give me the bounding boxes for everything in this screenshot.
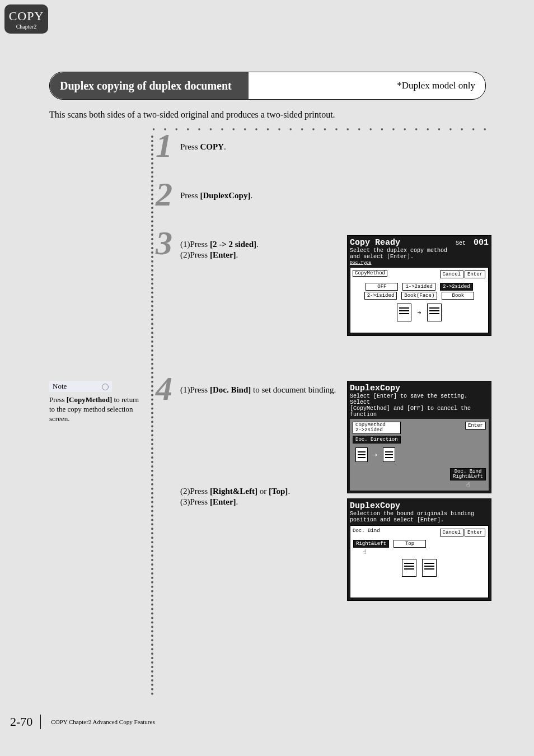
text: . bbox=[250, 191, 252, 200]
key: [Enter] bbox=[210, 497, 236, 506]
screen-msg: and select [Enter]. bbox=[350, 254, 489, 260]
section-title: Duplex copying of duplex document bbox=[50, 72, 249, 99]
text: Right&Left bbox=[453, 474, 483, 479]
step-2-body: Press [DuplexCopy]. bbox=[180, 186, 343, 202]
note-text: Press [CopyMethod] to return to the copy… bbox=[49, 395, 139, 424]
set-label: Set bbox=[456, 240, 466, 246]
screen-title: DuplexCopy bbox=[350, 384, 489, 393]
step-4-number: 4 bbox=[156, 370, 172, 408]
opt-2-2[interactable]: 2->2sided bbox=[440, 283, 473, 291]
enter-button[interactable]: Enter bbox=[465, 270, 485, 278]
page-icon bbox=[397, 304, 411, 321]
screen-title: DuplexCopy bbox=[350, 501, 489, 511]
text: . bbox=[288, 487, 290, 496]
step-2: 2 Press [DuplexCopy]. bbox=[49, 186, 486, 202]
opt-book[interactable]: Book bbox=[442, 292, 474, 300]
page-icon bbox=[427, 304, 442, 321]
step-4-body: (1)Press [Doc. Bind] to set document bin… bbox=[180, 381, 337, 508]
copy-count: 001 bbox=[474, 238, 489, 248]
intro-text: This scans both sides of a two-sided ori… bbox=[49, 110, 486, 120]
screen-msg: [CopyMethod] and [OFF] to cancel the fun… bbox=[350, 405, 489, 418]
key: [Enter] bbox=[210, 250, 236, 259]
screen-copy-ready: Copy Ready Set 001 Select the duplex cop… bbox=[347, 235, 491, 336]
cancel-button[interactable]: Cancel bbox=[440, 529, 463, 536]
text: . bbox=[236, 497, 238, 506]
enter-button[interactable]: Enter bbox=[465, 529, 485, 536]
text: Press bbox=[180, 142, 200, 151]
opt-1-2[interactable]: 1->2sided bbox=[402, 283, 435, 291]
screen-diagram: ➔ bbox=[353, 304, 486, 321]
section-note: *Duplex model only bbox=[397, 80, 485, 91]
step-1-number: 1 bbox=[156, 127, 172, 165]
hand-icon: ☝ bbox=[363, 548, 486, 556]
key: [CopyMethod] bbox=[67, 395, 113, 404]
page-icon bbox=[355, 447, 368, 462]
copymethod-button[interactable]: CopyMethod 2->2sided bbox=[353, 422, 401, 434]
text: or bbox=[257, 487, 269, 496]
screen-msg: Select the duplex copy method bbox=[350, 248, 489, 254]
key: COPY bbox=[200, 142, 224, 151]
screen-msg: Selection the bound originals binding bbox=[350, 511, 489, 517]
text: (2)Press bbox=[180, 250, 210, 259]
text: (1)Press bbox=[180, 240, 210, 249]
screen-msg: position and select [Enter]. bbox=[350, 517, 489, 523]
text: (1)Press bbox=[180, 385, 210, 394]
page-icon bbox=[383, 447, 395, 462]
cancel-button[interactable]: Cancel bbox=[440, 270, 463, 278]
text: (3)Press bbox=[180, 497, 210, 506]
panel-title: CopyMethod bbox=[353, 270, 387, 277]
screen-msg: Select [Enter] to save the setting. Sele… bbox=[350, 393, 489, 405]
text: . bbox=[236, 250, 238, 259]
footer-text: COPY Chapter2 Advanced Copy Features bbox=[51, 718, 154, 725]
page-icon bbox=[402, 559, 416, 577]
text: Press bbox=[49, 395, 67, 404]
opt-right-left[interactable]: Right&Left bbox=[353, 540, 389, 548]
opt-2-1[interactable]: 2->1sided bbox=[364, 292, 397, 300]
doc-type: Doc.Type bbox=[350, 260, 489, 265]
steps: 1 Press COPY. 2 Press [DuplexCopy]. 3 (1… bbox=[49, 138, 486, 616]
section-header: Duplex copying of duplex document *Duple… bbox=[49, 72, 486, 100]
page: COPY Chapter2 Duplex copying of duplex d… bbox=[0, 0, 534, 756]
tab-title: COPY bbox=[9, 9, 44, 24]
step-4: Note Press [CopyMethod] to return to the… bbox=[49, 381, 486, 616]
step-3: 3 (1)Press [2 -> 2 sided]. (2)Press [Ent… bbox=[49, 235, 486, 347]
screen-title: Copy Ready bbox=[350, 238, 400, 248]
text: Press bbox=[180, 191, 200, 200]
dotted-rule: • • • • • • • • • • • • • • • • • • • • … bbox=[49, 125, 486, 133]
step-2-number: 2 bbox=[156, 175, 172, 214]
opt-top[interactable]: Top bbox=[394, 540, 426, 548]
step-3-number: 3 bbox=[156, 224, 172, 263]
screen-doc-bind: DuplexCopy Selection the bound originals… bbox=[347, 498, 491, 601]
opt-off[interactable]: OFF bbox=[366, 283, 398, 291]
footer: 2-70 COPY Chapter2 Advanced Copy Feature… bbox=[10, 715, 155, 729]
content: Duplex copying of duplex document *Duple… bbox=[49, 72, 486, 650]
step-1: 1 Press COPY. bbox=[49, 138, 486, 153]
text: to set document binding. bbox=[251, 385, 336, 394]
text: 2->2sided bbox=[355, 428, 398, 433]
screen-diagram: ➔ bbox=[355, 447, 486, 462]
text: (2)Press bbox=[180, 487, 210, 496]
screen-panel: Doc. Bind CancelEnter Right&Left Top ☝ bbox=[350, 525, 489, 598]
page-number: 2-70 bbox=[10, 715, 32, 729]
chapter-tab: COPY Chapter2 bbox=[4, 4, 48, 34]
text: COPY Chapter2 Advanced Copy Features bbox=[51, 718, 154, 725]
arrow-icon: ➔ bbox=[417, 309, 421, 317]
step-1-body: Press COPY. bbox=[180, 138, 343, 153]
text: . bbox=[256, 240, 259, 249]
note-label-text: Note bbox=[53, 382, 67, 390]
screen-panel: CopyMethod CancelEnter OFF 1->2sided 2->… bbox=[350, 267, 489, 333]
step-3-body: (1)Press [2 -> 2 sided]. (2)Press [Enter… bbox=[180, 235, 343, 261]
doc-bind-button[interactable]: Doc. Bind Right&Left bbox=[450, 468, 486, 480]
key: [DuplexCopy] bbox=[200, 191, 250, 200]
tab-subtitle: Chapter2 bbox=[16, 24, 37, 30]
opt-book-face[interactable]: Book(Face) bbox=[401, 292, 437, 300]
doc-direction-button[interactable]: Doc. Direction bbox=[353, 436, 401, 444]
key: [Doc. Bind] bbox=[210, 385, 251, 394]
enter-button[interactable]: Enter bbox=[465, 422, 486, 430]
page-icon bbox=[422, 559, 437, 577]
key: [2 -> 2 sided] bbox=[210, 240, 256, 249]
text: . bbox=[224, 142, 226, 151]
screen-duplex-settings: DuplexCopy Select [Enter] to save the se… bbox=[347, 381, 491, 493]
key: [Right&Left] bbox=[210, 487, 257, 496]
arrow-icon: ➔ bbox=[373, 451, 377, 459]
